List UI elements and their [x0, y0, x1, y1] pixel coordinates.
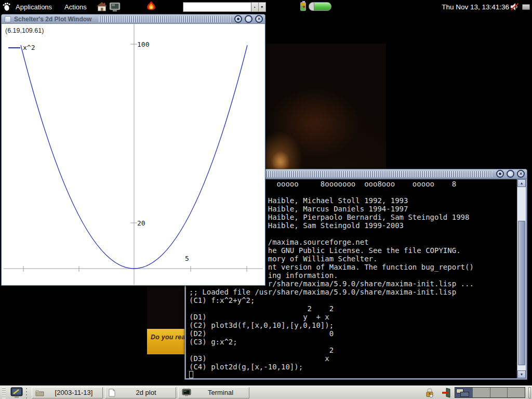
minimize-button[interactable]	[496, 170, 504, 178]
legend-line-sample	[8, 47, 20, 48]
plot-window-title: Schelter's 2d Plot Window	[14, 16, 96, 23]
close-button[interactable]: ✕	[517, 170, 525, 178]
menu-actions[interactable]: Actions	[60, 3, 91, 11]
close-button[interactable]: ✕	[255, 15, 263, 23]
plot-titlebar[interactable]: Schelter's 2d Plot Window ✕	[2, 15, 265, 24]
battery-applet	[300, 2, 331, 11]
keyboard-indicator-icon[interactable]	[522, 4, 530, 10]
window-icon	[5, 16, 11, 22]
maximize-button[interactable]	[245, 15, 252, 23]
taskbar-button-2d-plot[interactable]: 2d plot	[105, 387, 176, 398]
minimize-icon	[499, 172, 501, 175]
logout-icon[interactable]	[441, 388, 451, 398]
taskbar-button-label: [2003-11-13]	[48, 389, 99, 396]
top-panel: Applications Actions	[0, 0, 532, 14]
scroll-up-button[interactable]: ▲	[517, 179, 526, 187]
volume-muted-icon[interactable]	[510, 3, 520, 11]
taskbar-button-terminal[interactable]: Terminal	[178, 387, 249, 398]
cursor-coordinates-readout: (6.19,109.61)	[5, 27, 44, 34]
window-list-handle[interactable]	[25, 387, 29, 398]
document-icon	[109, 389, 115, 397]
scrollbar-thumb[interactable]	[518, 221, 525, 365]
terminal-cursor	[189, 371, 193, 378]
taskbar-button-label: Terminal	[195, 389, 246, 396]
y-tick-label-100: 100	[137, 41, 149, 48]
desktop: 1:00 AM Do you really need more proof th…	[0, 0, 532, 399]
panel-clock[interactable]: Thu Nov 13, 13:41:36	[442, 0, 509, 14]
workspace-3[interactable]	[490, 388, 508, 397]
plot-canvas[interactable]: (6.19,109.61) x^2 100 20 5	[2, 24, 264, 285]
screenshot-tool-icon[interactable]	[10, 387, 23, 398]
menu-applications[interactable]: Applications	[11, 3, 56, 11]
battery-charge-icon	[309, 2, 331, 11]
workspace-4[interactable]	[508, 388, 525, 397]
maximize-button[interactable]	[507, 170, 514, 178]
minimize-icon	[237, 18, 240, 20]
taskbar-button-label: 2d plot	[119, 389, 172, 396]
x-tick-label-5: 5	[185, 255, 189, 262]
flame-launcher-icon[interactable]	[145, 1, 157, 12]
panel-edge-handle[interactable]	[528, 387, 531, 398]
taskbar: [2003-11-13] 2d plot Terminal	[0, 385, 532, 399]
y-tick-label-20: 20	[137, 219, 145, 227]
home-launcher-icon[interactable]	[96, 2, 108, 12]
workspace-switcher	[455, 387, 525, 398]
command-dropdown-button[interactable]: ▼	[259, 2, 266, 12]
legend-label: x^2	[23, 44, 35, 51]
plot-axes-and-curve	[2, 24, 264, 285]
terminal-icon	[182, 389, 191, 396]
titlebar-stripes	[99, 16, 231, 22]
workspace-1[interactable]	[455, 388, 473, 397]
lock-screen-icon[interactable]	[424, 388, 435, 398]
command-history-button[interactable]: •	[251, 2, 259, 12]
scroll-down-button[interactable]: ▼	[517, 370, 526, 378]
applet-handle[interactable]	[2, 387, 6, 398]
folder-icon	[35, 389, 44, 396]
battery-small-icon	[300, 2, 306, 11]
screenshot-launcher-icon[interactable]	[109, 2, 121, 12]
terminal-scrollbar[interactable]: ▲ ▼	[517, 179, 526, 378]
gnome-foot-icon[interactable]	[2, 2, 11, 11]
plot-window: Schelter's 2d Plot Window ✕	[1, 14, 265, 286]
command-line-entry[interactable]	[183, 2, 251, 12]
taskbar-button-file-manager[interactable]: [2003-11-13]	[32, 387, 103, 398]
minimize-button[interactable]	[234, 15, 242, 23]
workspace-2[interactable]	[473, 388, 490, 397]
